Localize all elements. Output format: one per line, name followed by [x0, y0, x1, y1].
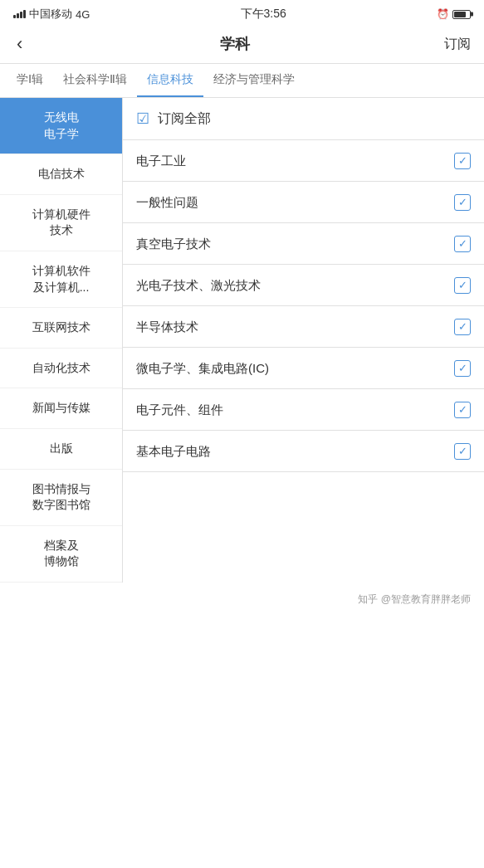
sidebar-item-tushu[interactable]: 图书情报与数字图书馆: [0, 470, 122, 526]
subscribe-all-label: 订阅全部: [158, 110, 211, 128]
watermark: 知乎 @智意教育胖胖老师: [0, 583, 484, 613]
content-label-r3: 真空电子技术: [136, 235, 454, 252]
content-row-r1[interactable]: 电子工业 ✓: [123, 140, 484, 182]
checkbox-r6[interactable]: ✓: [454, 360, 471, 377]
watermark-text: 知乎 @智意教育胖胖老师: [358, 593, 471, 605]
content-label-r5: 半导体技术: [136, 318, 454, 335]
content-row-r8[interactable]: 基本电子电路 ✓: [123, 431, 484, 472]
battery-icon: [452, 10, 471, 19]
subscribe-button[interactable]: 订阅: [444, 36, 471, 53]
checkbox-r3[interactable]: ✓: [454, 236, 471, 252]
checkbox-r1[interactable]: ✓: [454, 153, 471, 169]
status-right: ⏰: [437, 8, 471, 20]
sidebar-item-chuban[interactable]: 出版: [0, 429, 122, 470]
tab-xinxi[interactable]: 信息科技: [137, 64, 203, 97]
left-sidebar: 无线电电子学 电信技术 计算机硬件技术 计算机软件及计算机... 互联网技术 自…: [0, 98, 123, 583]
checkbox-r5[interactable]: ✓: [454, 319, 471, 335]
content-label-r2: 一般性问题: [136, 193, 454, 211]
tab-shehui[interactable]: 社会科学Ⅱ辑: [53, 64, 137, 97]
status-time: 下午3:56: [241, 7, 286, 22]
content-label-r6: 微电子学、集成电路(IC): [136, 359, 454, 377]
checkbox-r2[interactable]: ✓: [454, 194, 471, 211]
content-row-r5[interactable]: 半导体技术 ✓: [123, 306, 484, 348]
subscribe-all-check-icon: ☑: [136, 110, 149, 128]
sidebar-item-dangan[interactable]: 档案及博物馆: [0, 526, 122, 583]
subscribe-all-row[interactable]: ☑ 订阅全部: [123, 98, 484, 140]
content-label-r8: 基本电子电路: [136, 442, 454, 460]
checkbox-r7[interactable]: ✓: [454, 402, 471, 418]
sidebar-item-zidonghua[interactable]: 自动化技术: [0, 349, 122, 389]
sidebar-item-jisuanji-rj[interactable]: 计算机软件及计算机...: [0, 251, 122, 308]
content-label-r4: 光电子技术、激光技术: [136, 276, 454, 294]
tab-xue1[interactable]: 学Ⅰ辑: [7, 64, 53, 97]
content-row-r6[interactable]: 微电子学、集成电路(IC) ✓: [123, 348, 484, 389]
content-label-r1: 电子工业: [136, 152, 454, 169]
page-title: 学科: [220, 34, 250, 54]
content-row-r2[interactable]: 一般性问题 ✓: [123, 182, 484, 223]
tab-jingji[interactable]: 经济与管理科学: [203, 64, 305, 97]
sidebar-item-xinwen[interactable]: 新闻与传媒: [0, 388, 122, 429]
sidebar-item-jisuanji-yj[interactable]: 计算机硬件技术: [0, 195, 122, 251]
right-content: ☑ 订阅全部 电子工业 ✓ 一般性问题 ✓ 真空电子技术 ✓ 光电子技术、激光技…: [123, 98, 484, 583]
tab-bar: 学Ⅰ辑 社会科学Ⅱ辑 信息科技 经济与管理科学: [0, 64, 484, 98]
content-label-r7: 电子元件、组件: [136, 401, 454, 418]
network-label: 4G: [76, 8, 90, 21]
alarm-icon: ⏰: [437, 8, 449, 20]
signal-icon: [13, 10, 26, 18]
status-bar: 中国移动 4G 下午3:56 ⏰: [0, 0, 484, 27]
sidebar-item-wuxiandian[interactable]: 无线电电子学: [0, 98, 122, 154]
content-row-r7[interactable]: 电子元件、组件 ✓: [123, 389, 484, 431]
nav-bar: ‹ 学科 订阅: [0, 27, 484, 64]
checkbox-r8[interactable]: ✓: [454, 443, 471, 460]
sidebar-item-dianxin[interactable]: 电信技术: [0, 154, 122, 195]
content-row-r4[interactable]: 光电子技术、激光技术 ✓: [123, 265, 484, 306]
main-content: 无线电电子学 电信技术 计算机硬件技术 计算机软件及计算机... 互联网技术 自…: [0, 98, 484, 583]
content-row-r3[interactable]: 真空电子技术 ✓: [123, 223, 484, 265]
carrier-label: 中国移动: [29, 7, 72, 22]
status-left: 中国移动 4G: [13, 7, 90, 22]
sidebar-item-hulianwang[interactable]: 互联网技术: [0, 308, 122, 349]
checkbox-r4[interactable]: ✓: [454, 277, 471, 294]
battery-fill: [454, 12, 466, 17]
back-button[interactable]: ‹: [13, 33, 26, 55]
